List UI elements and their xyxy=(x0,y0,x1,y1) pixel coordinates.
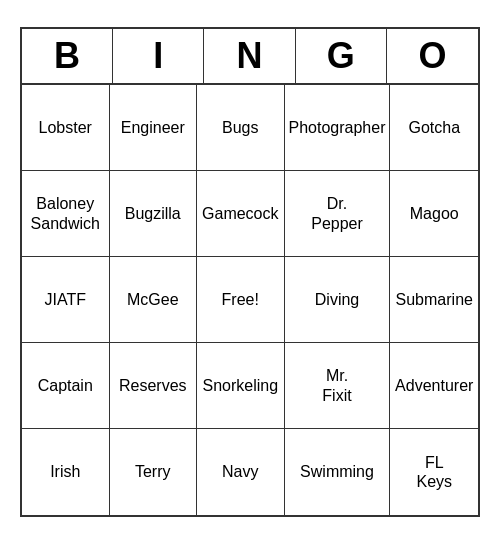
cell-text: Bugzilla xyxy=(125,204,181,223)
cell-text: Submarine xyxy=(396,290,473,309)
cell-text: Dr. Pepper xyxy=(311,194,363,232)
cell-text: Captain xyxy=(38,376,93,395)
cell-text: McGee xyxy=(127,290,179,309)
bingo-cell[interactable]: Gotcha xyxy=(390,85,478,171)
bingo-cell[interactable]: JIATF xyxy=(22,257,110,343)
bingo-cell[interactable]: Free! xyxy=(197,257,285,343)
cell-text: Reserves xyxy=(119,376,187,395)
header-letter: N xyxy=(204,29,295,83)
header-letter: G xyxy=(296,29,387,83)
bingo-cell[interactable]: Gamecock xyxy=(197,171,285,257)
bingo-cell[interactable]: Reserves xyxy=(110,343,198,429)
cell-text: Terry xyxy=(135,462,171,481)
header-letter: O xyxy=(387,29,478,83)
cell-text: Lobster xyxy=(39,118,92,137)
bingo-cell[interactable]: Terry xyxy=(110,429,198,515)
cell-text: Magoo xyxy=(410,204,459,223)
cell-text: Mr. Fixit xyxy=(322,366,351,404)
bingo-cell[interactable]: Bugs xyxy=(197,85,285,171)
bingo-cell[interactable]: Submarine xyxy=(390,257,478,343)
cell-text: Snorkeling xyxy=(202,376,278,395)
bingo-cell[interactable]: Navy xyxy=(197,429,285,515)
cell-text: Photographer xyxy=(289,118,386,137)
cell-text: Gotcha xyxy=(408,118,460,137)
bingo-cell[interactable]: Diving xyxy=(285,257,391,343)
bingo-cell[interactable]: Baloney Sandwich xyxy=(22,171,110,257)
bingo-cell[interactable]: Captain xyxy=(22,343,110,429)
bingo-cell[interactable]: FL Keys xyxy=(390,429,478,515)
cell-text: Irish xyxy=(50,462,80,481)
bingo-cell[interactable]: Magoo xyxy=(390,171,478,257)
bingo-cell[interactable]: Dr. Pepper xyxy=(285,171,391,257)
bingo-card: BINGO LobsterEngineerBugsPhotographerGot… xyxy=(20,27,480,517)
bingo-cell[interactable]: Engineer xyxy=(110,85,198,171)
cell-text: Diving xyxy=(315,290,359,309)
bingo-cell[interactable]: Mr. Fixit xyxy=(285,343,391,429)
cell-text: Bugs xyxy=(222,118,258,137)
bingo-header: BINGO xyxy=(22,29,478,85)
cell-text: JIATF xyxy=(45,290,86,309)
cell-text: Adventurer xyxy=(395,376,473,395)
bingo-cell[interactable]: Snorkeling xyxy=(197,343,285,429)
bingo-cell[interactable]: McGee xyxy=(110,257,198,343)
cell-text: Navy xyxy=(222,462,258,481)
cell-text: Swimming xyxy=(300,462,374,481)
bingo-cell[interactable]: Bugzilla xyxy=(110,171,198,257)
header-letter: B xyxy=(22,29,113,83)
cell-text: Free! xyxy=(222,290,259,309)
bingo-cell[interactable]: Irish xyxy=(22,429,110,515)
header-letter: I xyxy=(113,29,204,83)
bingo-cell[interactable]: Swimming xyxy=(285,429,391,515)
cell-text: Engineer xyxy=(121,118,185,137)
bingo-cell[interactable]: Lobster xyxy=(22,85,110,171)
bingo-grid: LobsterEngineerBugsPhotographerGotchaBal… xyxy=(22,85,478,515)
bingo-cell[interactable]: Adventurer xyxy=(390,343,478,429)
cell-text: FL Keys xyxy=(416,453,452,491)
bingo-cell[interactable]: Photographer xyxy=(285,85,391,171)
cell-text: Baloney Sandwich xyxy=(31,194,100,232)
cell-text: Gamecock xyxy=(202,204,278,223)
